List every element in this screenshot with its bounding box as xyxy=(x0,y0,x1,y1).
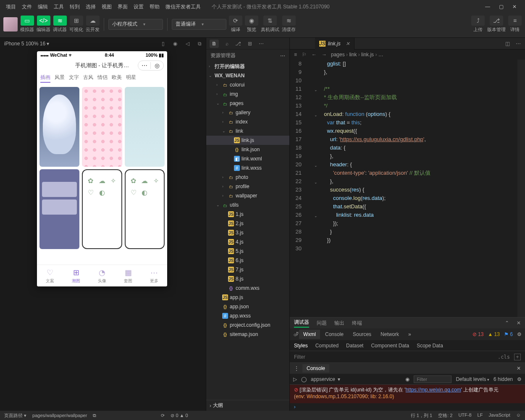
wallpaper-item[interactable] xyxy=(82,87,122,167)
tree-node[interactable]: ›🗀wallpaper xyxy=(206,191,289,200)
tree-node[interactable]: JS5.js xyxy=(206,247,289,256)
tree-node[interactable]: ⌄🗀pages xyxy=(206,99,289,108)
language[interactable]: JavaScript xyxy=(488,412,510,419)
category-tab[interactable]: 情侣 xyxy=(97,74,108,83)
tree-node[interactable]: app.json xyxy=(206,302,289,311)
inspect-icon[interactable]: ⮰ xyxy=(293,331,298,337)
tree-node[interactable]: ›🗀profile xyxy=(206,182,289,191)
back-icon[interactable]: ← xyxy=(312,52,317,58)
console-toolbar[interactable]: ▷ ◯ appservice▾ ◉ Default levels 6 hidde… xyxy=(290,374,525,385)
feedback-icon[interactable]: ☺ xyxy=(516,412,521,419)
page-path-label[interactable]: 页面路径 ▾ xyxy=(4,412,26,419)
copy-icon[interactable]: ⧉ xyxy=(93,413,96,418)
tree-node[interactable]: ›🗀colorui xyxy=(206,80,289,89)
styles-tab[interactable]: Computed xyxy=(315,343,339,349)
tree-node[interactable]: JS7.js xyxy=(206,265,289,274)
wallpaper-item[interactable] xyxy=(39,87,79,167)
forward-icon[interactable]: → xyxy=(322,52,327,58)
files-icon[interactable]: 🗎 xyxy=(210,39,219,48)
styles-tabs[interactable]: StylesComputedDatasetComponent DataScope… xyxy=(290,340,525,351)
menu-item[interactable]: 帮助 xyxy=(147,2,162,12)
tree-node[interactable]: JS2.js xyxy=(206,219,289,228)
upload-button[interactable]: ⤴上传 xyxy=(471,16,485,33)
close-icon[interactable]: ✕ xyxy=(517,365,521,371)
debugger-button[interactable]: ≋调试器 xyxy=(53,16,67,33)
indent[interactable]: 空格: 2 xyxy=(438,412,452,419)
context-select[interactable]: appservice xyxy=(311,376,335,382)
avatar[interactable] xyxy=(3,17,18,32)
tree-node[interactable]: JS6.js xyxy=(206,256,289,265)
tabbar-item[interactable]: ♡文案 xyxy=(37,265,63,286)
menu-item[interactable]: 微信开发者工具 xyxy=(163,2,203,12)
tree-node[interactable]: JSlink.js xyxy=(206,136,289,145)
category-tab[interactable]: 插画 xyxy=(40,74,50,83)
context-icon[interactable]: ◯ xyxy=(301,376,307,382)
tree-node[interactable]: JS3.js xyxy=(206,228,289,237)
console-drawer-header[interactable]: ⋮Console ✕ xyxy=(290,363,525,374)
search-icon[interactable]: ⌕ xyxy=(226,41,228,47)
styles-tab[interactable]: Component Data xyxy=(371,343,409,349)
record-icon[interactable]: ◉ xyxy=(173,41,177,47)
close-icon[interactable]: ✕ xyxy=(517,320,521,326)
console-prompt[interactable]: › xyxy=(290,403,525,411)
capsule-button[interactable]: ⋯◎ xyxy=(138,60,164,71)
tree-node[interactable]: ›🗀gallery xyxy=(206,108,289,117)
tab-bar[interactable]: ♡文案⊞潮图◔头像▦套图⋯更多 xyxy=(37,265,167,286)
visual-button[interactable]: ⊞可视化 xyxy=(69,16,83,33)
menu-item[interactable]: 文件 xyxy=(19,2,34,12)
category-tab[interactable]: 明星 xyxy=(126,74,136,83)
page-path[interactable]: pages/wallpaper/wallpaper xyxy=(32,413,87,418)
console-filter-input[interactable] xyxy=(414,375,452,383)
tree-node[interactable]: #app.wxss xyxy=(206,311,289,320)
category-tab[interactable]: 古风 xyxy=(83,74,93,83)
git-icon[interactable]: ⎇ xyxy=(235,41,241,47)
tree-node[interactable]: ⌄🗀link xyxy=(206,126,289,136)
cut-icon[interactable]: ⧉ xyxy=(198,41,202,47)
eol[interactable]: LF xyxy=(478,412,483,419)
tree-node[interactable]: ⌄🗀utils xyxy=(206,200,289,210)
tabbar-item[interactable]: ⊞潮图 xyxy=(63,265,89,286)
phone-simulator[interactable]: WeChat ᯤ 8:44 100% ▮▮ 手机潮图 - 让手机秀… ⋯◎ 插画… xyxy=(37,51,167,286)
wallpaper-grid[interactable] xyxy=(37,84,167,252)
menu-item[interactable]: 工具 xyxy=(51,2,66,12)
clear-icon[interactable]: ▷ xyxy=(293,376,297,382)
wallpaper-item[interactable] xyxy=(39,169,79,249)
tree-node[interactable]: ◧link.wxml xyxy=(206,154,289,163)
maximize-icon[interactable]: ▢ xyxy=(498,4,504,10)
debugger-tabs[interactable]: 调试器 问题 输出 终端 ⌃ ✕ xyxy=(290,318,525,328)
detail-button[interactable]: ≡详情 xyxy=(508,16,522,33)
file-tree[interactable]: ›打开的编辑器 ⌄WX_WENAN ›🗀colorui›🗀img⌄🗀pages›… xyxy=(206,62,289,400)
styles-tab[interactable]: Styles xyxy=(294,343,308,349)
tree-node[interactable]: JSapp.js xyxy=(206,293,289,302)
cursor-position[interactable]: 行 1，列 1 xyxy=(411,412,432,419)
category-tab[interactable]: 欧美 xyxy=(112,74,122,83)
editor-tab[interactable]: JS link.js ✕ xyxy=(315,38,354,50)
more-icon[interactable]: ⋯ xyxy=(516,41,521,47)
more-icon[interactable]: ⋯ xyxy=(280,53,285,59)
close-tab-icon[interactable]: ✕ xyxy=(346,41,350,47)
tree-node[interactable]: link.json xyxy=(206,145,289,154)
styles-tab[interactable]: Scope Data xyxy=(417,343,443,349)
mode-dropdown[interactable]: 小程序模式 xyxy=(108,19,163,30)
menu-item[interactable]: 转到 xyxy=(67,2,82,12)
category-tabs[interactable]: 插画风景文字古风情侣欧美明星 xyxy=(37,72,167,84)
gear-icon[interactable]: ⚙ xyxy=(517,331,522,337)
chevron-up-icon[interactable]: ⌃ xyxy=(505,320,509,326)
encoding[interactable]: UTF-8 xyxy=(458,412,471,419)
minimap[interactable] xyxy=(517,60,525,317)
clear-cache-button[interactable]: ≋清缓存 xyxy=(282,16,296,33)
wallpaper-item[interactable] xyxy=(125,169,165,249)
bookmark-icon[interactable]: ⚐ xyxy=(302,52,307,58)
editor-button[interactable]: </>编辑器 xyxy=(37,16,50,33)
tree-node[interactable]: #link.wxss xyxy=(206,163,289,173)
styles-tab[interactable]: Dataset xyxy=(346,343,363,349)
list-icon[interactable]: ≡ xyxy=(294,52,297,58)
ext-icon[interactable]: ⊞ xyxy=(248,41,252,47)
outline-section[interactable]: ›大纲 xyxy=(206,400,289,411)
tabbar-item[interactable]: ⋯更多 xyxy=(141,265,167,286)
more-icon[interactable]: ⋯ xyxy=(259,41,264,47)
project-root[interactable]: ⌄WX_WENAN xyxy=(206,71,289,80)
devtools-tabs[interactable]: ⮰ Wxml Console Sources Network » ⊘ 13 ▲ … xyxy=(290,328,525,340)
simulator-button[interactable]: ▭模拟器 xyxy=(20,16,34,33)
tabbar-item[interactable]: ◔头像 xyxy=(89,265,115,286)
